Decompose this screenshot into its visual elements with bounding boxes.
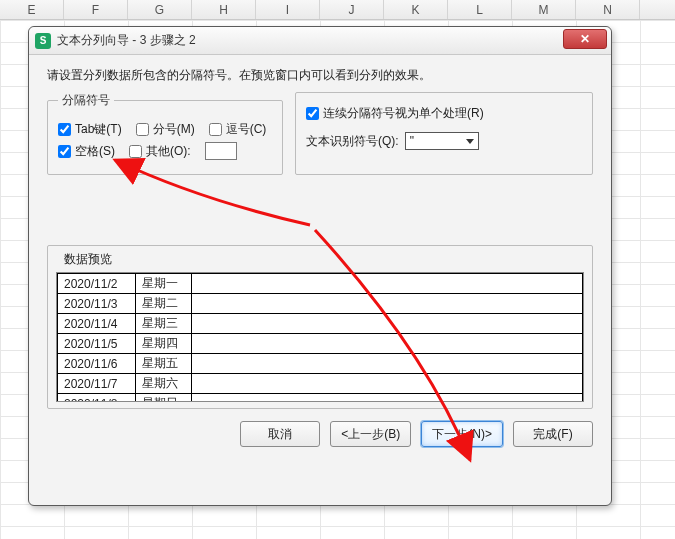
table-row: 2020/11/6星期五 [58,354,583,374]
back-button[interactable]: <上一步(B) [330,421,411,447]
app-icon: S [35,33,51,49]
checkbox-consecutive-input[interactable] [306,107,319,120]
checkbox-other-label: 其他(O): [146,143,191,160]
table-row: 2020/11/5星期四 [58,334,583,354]
preview-day-cell: 星期五 [136,354,192,374]
dialog-button-row: 取消 <上一步(B) 下一步(N)> 完成(F) [47,421,593,447]
column-headers: EFGHIJKLMN [0,0,675,20]
table-row: 2020/11/4星期三 [58,314,583,334]
checkbox-semicolon[interactable]: 分号(M) [136,121,195,138]
checkbox-comma-label: 逗号(C) [226,121,267,138]
checkbox-space[interactable]: 空格(S) [58,143,115,160]
table-row: 2020/11/7星期六 [58,374,583,394]
checkbox-consecutive-label: 连续分隔符号视为单个处理(R) [323,105,484,122]
next-button[interactable]: 下一步(N)> [421,421,503,447]
checkbox-semicolon-label: 分号(M) [153,121,195,138]
checkbox-comma-input[interactable] [209,123,222,136]
preview-date-cell: 2020/11/7 [58,374,136,394]
column-header[interactable]: M [512,0,576,19]
close-icon: ✕ [580,32,590,46]
data-preview-group: 数据预览 2020/11/2星期一 2020/11/3星期二 2020/11/4… [47,245,593,409]
checkbox-tab[interactable]: Tab键(T) [58,121,122,138]
checkbox-consecutive[interactable]: 连续分隔符号视为单个处理(R) [306,105,484,122]
finish-button[interactable]: 完成(F) [513,421,593,447]
preview-date-cell: 2020/11/8 [58,394,136,403]
preview-date-cell: 2020/11/5 [58,334,136,354]
checkbox-tab-input[interactable] [58,123,71,136]
dialog-titlebar: S 文本分列向导 - 3 步骤之 2 ✕ [29,27,611,55]
column-header[interactable]: H [192,0,256,19]
table-row: 2020/11/2星期一 [58,274,583,294]
preview-day-cell: 星期六 [136,374,192,394]
chevron-down-icon [466,139,474,144]
preview-date-cell: 2020/11/4 [58,314,136,334]
preview-day-cell: 星期日 [136,394,192,403]
column-header[interactable]: I [256,0,320,19]
other-delimiter-input[interactable] [205,142,237,160]
preview-date-cell: 2020/11/3 [58,294,136,314]
preview-empty-cell [192,354,583,374]
preview-day-cell: 星期一 [136,274,192,294]
preview-empty-cell [192,294,583,314]
options-group: 连续分隔符号视为单个处理(R) 文本识别符号(Q): " [295,92,593,175]
preview-date-cell: 2020/11/2 [58,274,136,294]
checkbox-other[interactable]: 其他(O): [129,143,191,160]
preview-day-cell: 星期三 [136,314,192,334]
column-header[interactable]: G [128,0,192,19]
checkbox-other-input[interactable] [129,145,142,158]
preview-date-cell: 2020/11/6 [58,354,136,374]
data-preview-legend: 数据预览 [60,251,116,268]
checkbox-space-input[interactable] [58,145,71,158]
checkbox-comma[interactable]: 逗号(C) [209,121,267,138]
data-preview-box: 2020/11/2星期一 2020/11/3星期二 2020/11/4星期三 2… [56,272,584,402]
preview-empty-cell [192,274,583,294]
preview-empty-cell [192,314,583,334]
preview-day-cell: 星期二 [136,294,192,314]
checkbox-space-label: 空格(S) [75,143,115,160]
delimiter-group: 分隔符号 Tab键(T) 分号(M) 逗号(C) [47,92,283,175]
text-qualifier-label: 文本识别符号(Q): [306,133,399,150]
preview-day-cell: 星期四 [136,334,192,354]
table-row: 2020/11/8星期日 [58,394,583,403]
text-qualifier-value: " [410,134,466,148]
close-button[interactable]: ✕ [563,29,607,49]
column-header[interactable]: J [320,0,384,19]
cancel-button[interactable]: 取消 [240,421,320,447]
data-preview-table: 2020/11/2星期一 2020/11/3星期二 2020/11/4星期三 2… [57,273,583,402]
dialog-title: 文本分列向导 - 3 步骤之 2 [57,32,196,49]
preview-empty-cell [192,374,583,394]
column-header[interactable]: E [0,0,64,19]
instruction-text: 请设置分列数据所包含的分隔符号。在预览窗口内可以看到分列的效果。 [47,67,593,84]
preview-empty-cell [192,394,583,403]
text-to-columns-dialog: S 文本分列向导 - 3 步骤之 2 ✕ 请设置分列数据所包含的分隔符号。在预览… [28,26,612,506]
preview-empty-cell [192,334,583,354]
column-header[interactable]: N [576,0,640,19]
column-header[interactable]: L [448,0,512,19]
column-header[interactable]: K [384,0,448,19]
column-header[interactable]: F [64,0,128,19]
delimiter-legend: 分隔符号 [58,92,114,109]
checkbox-tab-label: Tab键(T) [75,121,122,138]
text-qualifier-combobox[interactable]: " [405,132,479,150]
table-row: 2020/11/3星期二 [58,294,583,314]
checkbox-semicolon-input[interactable] [136,123,149,136]
